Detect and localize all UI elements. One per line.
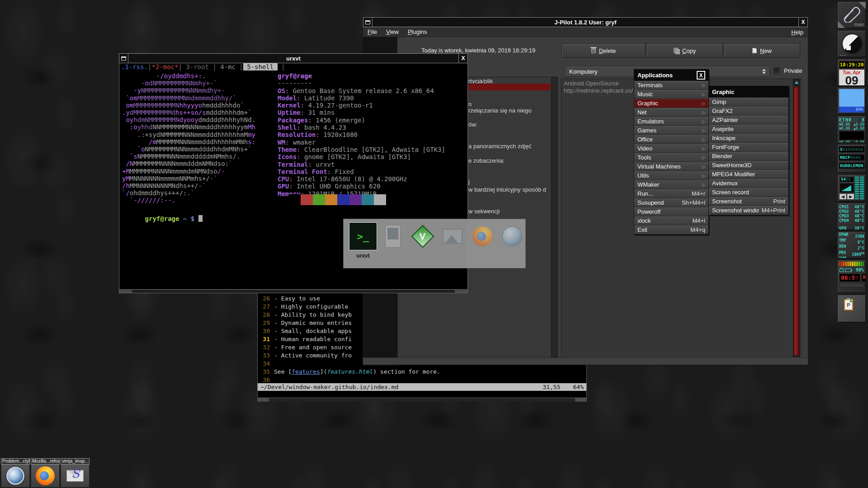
clock-dockapp[interactable]: 18:29:20 Tue, Apr 09: [837, 59, 866, 86]
mixer-dockapp[interactable]: 9488 ◀ ▶: [837, 174, 866, 202]
menu-item[interactable]: WMaker ▷: [634, 180, 708, 189]
menu-item[interactable]: Utils ▷: [634, 171, 708, 180]
menu-item[interactable]: Games ▷: [634, 126, 708, 135]
menu-item[interactable]: Screen record: [709, 188, 788, 197]
terminal-titlebar[interactable]: urxvt X: [119, 53, 468, 63]
weather-row: TMP8°C: [839, 239, 864, 244]
miniwindow[interactable]: vimja_imap... S: [61, 458, 90, 488]
menu-item[interactable]: MPEG4 Modifier: [709, 170, 788, 179]
submenu-arrow-icon: ▷: [702, 101, 705, 106]
vim-file-path: ~/Devel/window-maker.github.io/index.md: [260, 384, 542, 390]
menu-item[interactable]: Video ▷: [634, 144, 708, 153]
vu-meters: [855, 177, 864, 199]
menu-item[interactable]: SweetHome3D: [709, 161, 788, 170]
miniwindow[interactable]: Problem...ctyl: [1, 458, 30, 488]
palette-swatch: [301, 194, 313, 205]
status-lcd-dockapp[interactable]: X88888888 MOCP8888 BUBBLEMON: [837, 144, 866, 173]
network-monitor-dockapp[interactable]: ETH0 88 8 ▼0.00▲0.00 ▼0.00▲0.00 ▼0.00▲0.…: [837, 116, 866, 143]
resize-bar[interactable]: [119, 290, 468, 293]
submenu-arrow-icon: ▷: [702, 83, 705, 88]
scrollbar-thumb[interactable]: [794, 87, 799, 356]
scroll-up-icon[interactable]: [793, 80, 800, 86]
load-meter-dockapp[interactable]: 04%: [837, 87, 866, 114]
palm-pda-icon[interactable]: [379, 222, 407, 250]
clipboard-dockapp[interactable]: P: [837, 295, 866, 323]
menu-item[interactable]: Poweroff: [634, 207, 708, 216]
submenu-arrow-icon: ▷: [702, 164, 705, 169]
menubar-item-help[interactable]: Help: [791, 29, 803, 36]
screen-tab-bar[interactable]: .1-rss.|*2-moc*| 3-root | 4-mc | 5-shell…: [119, 63, 467, 71]
vim-icon[interactable]: V: [409, 222, 437, 250]
classic-browser-icon: [6, 467, 24, 485]
next-channel-button[interactable]: ▶: [847, 194, 854, 199]
submenu-arrow-icon: ▷: [702, 155, 705, 160]
weather-dockapp[interactable]: EPWR2300 TMP8°C DEW2°C PRS1009mb HUM65 %…: [837, 231, 866, 258]
neofetch-info: gryf@rage---------OS: Gentoo Base System…: [278, 72, 445, 197]
menu-item[interactable]: Music ▷: [634, 90, 708, 99]
lcd-row: BUBBLEMON: [839, 162, 865, 169]
miniwindow-label: Mozilla...refox: [31, 458, 60, 465]
menu-item[interactable]: GraFX2: [709, 107, 788, 116]
image-viewer-icon[interactable]: [439, 222, 467, 250]
record-list-scrollbar[interactable]: [793, 79, 800, 357]
menu-item[interactable]: Graphic ▷: [634, 99, 708, 108]
close-icon[interactable]: X: [458, 54, 467, 63]
menu-item[interactable]: Avidemux: [709, 179, 788, 188]
menu-item[interactable]: FontForge: [709, 143, 788, 152]
battery-percent: 90%: [856, 267, 864, 272]
close-icon[interactable]: X: [697, 71, 705, 80]
menu-item[interactable]: Exit M4+q: [634, 225, 708, 235]
battery-dockapp[interactable]: 90% 06:59 B1: [837, 260, 866, 293]
menu-item[interactable]: Net ▷: [634, 108, 708, 117]
graphic-submenu-title[interactable]: Graphic: [709, 86, 788, 98]
menu-item[interactable]: Susupend Sh+M4+l: [634, 198, 708, 207]
menu-item[interactable]: Tools ▷: [634, 153, 708, 162]
menu-item[interactable]: Aseprite: [709, 125, 788, 134]
temperature-dockapp[interactable]: CPU148°C CPU248°C CPU348°C CPU440°C GPU3…: [837, 203, 866, 230]
menu-item[interactable]: Screenshot Print: [709, 197, 788, 206]
delete-button[interactable]: Delete: [561, 43, 646, 58]
menubar-item[interactable]: Plugins: [408, 28, 427, 35]
private-checkbox[interactable]: [774, 68, 780, 74]
net-rate-row: ▼0.00▲0.00: [839, 127, 864, 131]
menu-item[interactable]: Terminals ▷: [634, 81, 708, 90]
menu-item[interactable]: Run... M4+r: [634, 189, 708, 198]
window-menu-button[interactable]: [119, 54, 128, 63]
menubar-item[interactable]: View: [386, 28, 399, 35]
menu-item[interactable]: xlock M4+l: [634, 216, 708, 225]
clip-dockapp[interactable]: main: [837, 1, 866, 28]
menubar-item[interactable]: File: [368, 28, 377, 35]
jpilot-titlebar[interactable]: J-Pilot 1.8.2 User: gryf X: [363, 17, 808, 27]
window-menu-button[interactable]: [363, 18, 373, 27]
left-pane-scrollbar[interactable]: [551, 77, 558, 357]
palette-swatch: [362, 194, 374, 205]
menu-item[interactable]: AZPainter: [709, 116, 788, 125]
menu-item[interactable]: Office ▷: [634, 135, 708, 144]
close-icon[interactable]: X: [798, 18, 807, 27]
miniwindow[interactable]: Mozilla...refox: [31, 458, 60, 488]
spinner-icon[interactable]: [762, 69, 766, 74]
resize-bar[interactable]: [257, 398, 587, 402]
menu-item[interactable]: Emulators ▷: [634, 117, 708, 126]
urxvt-icon[interactable]: >_: [349, 222, 377, 250]
firefox-icon: [36, 466, 55, 485]
submenu-arrow-icon: ▷: [702, 174, 705, 178]
menu-item[interactable]: Inkscape: [709, 134, 788, 143]
clip-corner-icon[interactable]: [859, 2, 866, 9]
menu-item[interactable]: Gimp: [709, 98, 788, 107]
applications-menu-title[interactable]: Applications X: [634, 70, 708, 81]
web-globe-icon[interactable]: [498, 222, 526, 250]
note-text-fragment: j: [468, 178, 470, 185]
palette-swatch: [337, 194, 349, 205]
submenu-arrow-icon: ▷: [702, 137, 705, 142]
prev-channel-button[interactable]: ◀: [840, 194, 846, 199]
new-button[interactable]: New: [724, 43, 800, 58]
copy-button[interactable]: Copy: [646, 43, 723, 58]
launcher-dockapp[interactable]: ...: [837, 30, 866, 57]
weather-row: PRS1009mb: [839, 251, 864, 257]
menu-item[interactable]: Virtual Machines ▷: [634, 162, 708, 171]
battery-index: B1: [861, 273, 866, 282]
menu-item[interactable]: Screenshot window M4+Print: [709, 206, 788, 215]
menu-item[interactable]: Blender: [709, 152, 788, 161]
firefox-icon[interactable]: [468, 222, 496, 250]
